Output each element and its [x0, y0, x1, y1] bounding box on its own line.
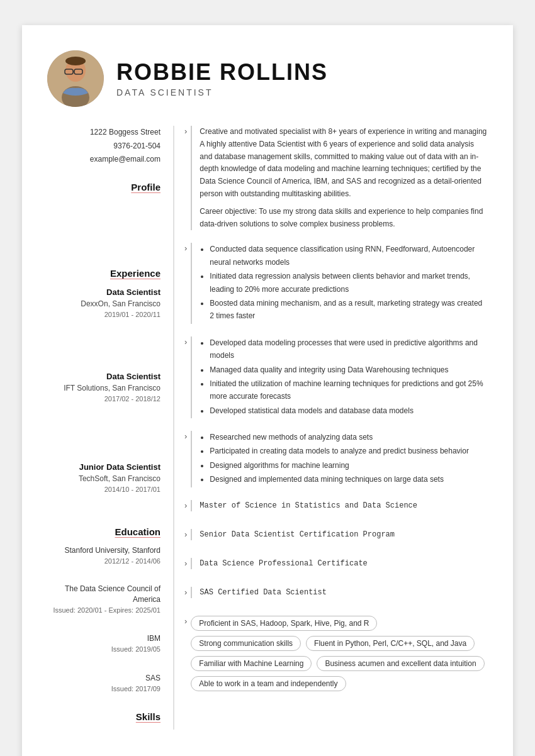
job-entry-1: Data Scientist DexxOn, San Francisco 201…: [47, 286, 160, 320]
avatar: [47, 50, 104, 107]
profile-chevron-icon: ›: [184, 126, 187, 136]
job2-bullet-4: Developed statistical data models and da…: [210, 404, 488, 417]
job3-content: Researched new methods of analyzing data…: [200, 431, 488, 487]
job3-bullet-4: Designed and implemented data mining tec…: [210, 473, 488, 486]
job1-chevron-icon: ›: [184, 243, 187, 253]
edu-degree-text-4: SAS Certified Data Scientist: [200, 587, 488, 598]
header: ROBBIE ROLLINS DATA SCIENTIST: [47, 50, 488, 107]
job-title-3: Junior Data Scientist: [47, 461, 160, 474]
job3-bullet-3: Designed algorithms for machine learning: [210, 459, 488, 472]
job2-chevron-icon: ›: [184, 337, 187, 347]
edu3-bar: [191, 558, 192, 569]
edu-dates-4: Issued: 2017/09: [47, 684, 160, 694]
profile-text-1: Creative and motivated specialist with 8…: [200, 126, 488, 201]
job-dates-3: 2014/10 - 2017/01: [47, 484, 160, 495]
header-name: ROBBIE ROLLINS: [116, 60, 328, 85]
edu-degree-4: › SAS Certified Data Scientist: [184, 587, 488, 598]
edu-institution-1: Stanford University, Stanford: [47, 545, 160, 556]
job2-bar: [191, 336, 192, 418]
job3-chevron-icon: ›: [184, 431, 187, 441]
experience-section-title: Experience: [47, 268, 160, 279]
job2-content: Developed data modeling processes that w…: [200, 336, 488, 418]
profile-section-title: Profile: [47, 182, 160, 192]
job-dates-2: 2017/02 - 2018/12: [47, 394, 160, 404]
edu-degree-2: › Senior Data Scientist Certification Pr…: [184, 529, 488, 540]
job-bullets-3: › Researched new methods of analyzing da…: [184, 431, 488, 487]
skill-3: Fluent in Python, Perl, C/C++, SQL, and …: [306, 636, 475, 651]
edu-dates-1: 2012/12 - 2014/06: [47, 556, 160, 567]
svg-point-5: [65, 57, 86, 65]
job2-bullet-2: Managed data quality and integrity using…: [210, 364, 488, 376]
skill-2: Strong communication skills: [191, 636, 301, 651]
job1-content: Conducted data sequence classification u…: [200, 243, 488, 323]
skill-4: Familiar with Machine Learning: [191, 656, 312, 671]
job-entry-3: Junior Data Scientist TechSoft, San Fran…: [47, 461, 160, 495]
right-column: › Creative and motivated specialist with…: [174, 126, 488, 730]
job1-bullet-3: Boosted data mining mechanism, and as a …: [210, 297, 488, 323]
edu-institution-3: IBM: [47, 633, 160, 644]
edu1-chevron-icon: ›: [184, 501, 187, 510]
edu-degree-text-1: Master of Science in Statistics and Data…: [200, 500, 488, 511]
edu2-chevron-icon: ›: [184, 530, 187, 539]
phone: 9376-201-504: [47, 140, 160, 153]
profile-text-2: Career objective: To use my strong data …: [200, 206, 488, 231]
job1-bullet-1: Conducted data sequence classification u…: [210, 243, 488, 269]
left-column: 1222 Boggess Street 9376-201-504 example…: [47, 126, 173, 730]
job1-bar: [191, 243, 192, 323]
profile-bar: [191, 126, 192, 230]
job1-bullet-2: Initiated data regression analysis betwe…: [210, 270, 488, 296]
header-title: DATA SCIENTIST: [116, 87, 328, 97]
edu-institution-2: The Data Science Council ofAmerica: [47, 584, 160, 605]
edu-entry-2: The Data Science Council ofAmerica Issue…: [47, 584, 160, 615]
skill-5: Business acumen and excellent data intui…: [317, 656, 484, 671]
job-title-1: Data Scientist: [47, 286, 160, 299]
skills-content: Proficient in SAS, Hadoop, Spark, Hive, …: [191, 616, 488, 691]
job-entry-2: Data Scientist IFT Solutions, San Franci…: [47, 370, 160, 404]
edu4-content: SAS Certified Data Scientist: [200, 587, 488, 598]
job-dates-1: 2019/01 - 2020/11: [47, 309, 160, 320]
profile-content: Creative and motivated specialist with 8…: [200, 126, 488, 230]
resume-container: ROBBIE ROLLINS DATA SCIENTIST 1222 Bogge…: [22, 25, 513, 756]
job-bullets-2: › Developed data modeling processes that…: [184, 336, 488, 418]
edu4-bar: [191, 587, 192, 598]
skills-section: › Proficient in SAS, Hadoop, Spark, Hive…: [184, 616, 488, 691]
skills-section-title: Skills: [47, 711, 160, 722]
profile-section: › Creative and motivated specialist with…: [184, 126, 488, 230]
email: example@email.com: [47, 153, 160, 167]
edu1-bar: [191, 500, 192, 511]
edu-entry-4: SAS Issued: 2017/09: [47, 672, 160, 694]
job2-bullet-3: Initiated the utilization of machine lea…: [210, 377, 488, 403]
edu-dates-3: Issued: 2019/05: [47, 644, 160, 655]
edu3-content: Data Science Professional Certificate: [200, 558, 488, 569]
edu3-chevron-icon: ›: [184, 559, 187, 568]
job3-bullet-2: Participated in creating data models to …: [210, 445, 488, 457]
main-layout: 1222 Boggess Street 9376-201-504 example…: [47, 126, 488, 730]
edu-entry-1: Stanford University, Stanford 2012/12 - …: [47, 545, 160, 567]
job3-bullet-1: Researched new methods of analyzing data…: [210, 431, 488, 443]
edu2-content: Senior Data Scientist Certification Prog…: [200, 529, 488, 540]
edu-dates-2: Issued: 2020/01 - Expires: 2025/01: [47, 605, 160, 616]
edu2-bar: [191, 529, 192, 540]
job-title-2: Data Scientist: [47, 370, 160, 383]
job-company-1: DexxOn, San Francisco: [47, 298, 160, 309]
edu-degree-1: › Master of Science in Statistics and Da…: [184, 500, 488, 511]
edu1-content: Master of Science in Statistics and Data…: [200, 500, 488, 511]
job-company-2: IFT Solutions, San Francisco: [47, 382, 160, 394]
edu-entry-3: IBM Issued: 2019/05: [47, 633, 160, 655]
skills-list: Proficient in SAS, Hadoop, Spark, Hive, …: [191, 616, 488, 691]
edu4-chevron-icon: ›: [184, 587, 187, 597]
job-company-3: TechSoft, San Francisco: [47, 473, 160, 484]
job-bullets-1: › Conducted data sequence classification…: [184, 243, 488, 323]
skills-chevron-icon: ›: [184, 616, 187, 626]
job3-bar: [191, 431, 192, 487]
edu-degree-text-2: Senior Data Scientist Certification Prog…: [200, 529, 488, 540]
job2-bullet-1: Developed data modeling processes that w…: [210, 336, 488, 362]
edu-degree-3: › Data Science Professional Certificate: [184, 558, 488, 569]
contact-info: 1222 Boggess Street 9376-201-504 example…: [47, 126, 160, 167]
header-info: ROBBIE ROLLINS DATA SCIENTIST: [116, 60, 328, 97]
education-section-title: Education: [47, 526, 160, 537]
address: 1222 Boggess Street: [47, 126, 160, 140]
edu-degree-text-3: Data Science Professional Certificate: [200, 558, 488, 569]
edu-institution-4: SAS: [47, 672, 160, 684]
skill-6: Able to work in a team and independently: [191, 676, 346, 691]
